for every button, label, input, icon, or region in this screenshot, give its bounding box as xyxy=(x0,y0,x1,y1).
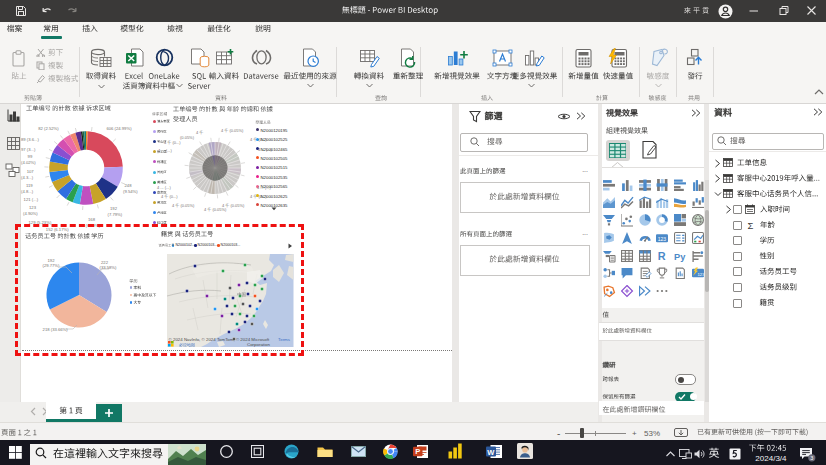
svg-text:P: P xyxy=(415,447,420,456)
svg-text:R: R xyxy=(658,250,666,262)
svg-text:123: 123 xyxy=(658,235,667,241)
svg-text:W: W xyxy=(487,448,495,457)
svg-text:3: 3 xyxy=(810,455,813,461)
svg-text:Py: Py xyxy=(674,251,686,261)
